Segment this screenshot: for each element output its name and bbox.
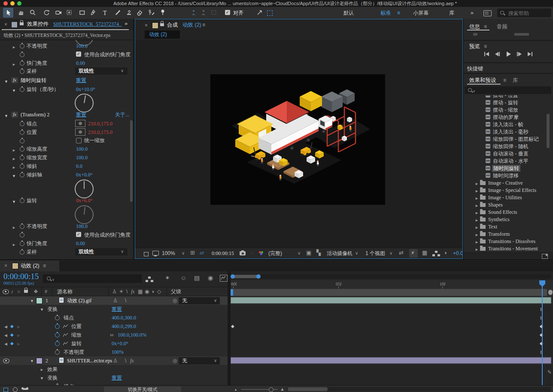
property-value[interactable]: 0x+0.0° — [112, 340, 128, 346]
property-value[interactable]: 0.00 — [76, 240, 85, 246]
region-of-interest-icon[interactable] — [267, 10, 273, 16]
camera-tool-icon[interactable] — [55, 9, 62, 16]
chevron-down-icon[interactable]: ∨ — [355, 250, 358, 256]
property-row-anchor-partial[interactable]: 锚点 — [0, 382, 228, 385]
stopwatch-icon[interactable] — [20, 87, 24, 92]
panel-menu-icon[interactable]: ≡ — [43, 263, 46, 269]
layer2-duration-bar[interactable] — [231, 357, 551, 364]
shy-switch[interactable]: ♙ — [113, 358, 118, 364]
close-panel-icon[interactable]: × — [145, 22, 148, 28]
checkbox-checked[interactable]: ✓ — [76, 52, 81, 57]
property-row-anchor[interactable]: 锚点 400.0,300.0 — [0, 313, 228, 322]
source-name-column[interactable]: 源名称 — [57, 289, 73, 295]
list-item[interactable]: 缩放回弹 - 图层标记 — [464, 135, 553, 143]
collapse-icon[interactable]: ▼ — [12, 173, 16, 179]
close-panel-icon[interactable]: × — [4, 21, 7, 27]
navigator-thumb[interactable] — [232, 275, 259, 278]
solo-column-icon[interactable]: ○ — [17, 289, 20, 295]
label-column-icon[interactable]: ❖ — [33, 289, 38, 295]
exposure-reset-icon[interactable]: ◑ — [444, 250, 447, 256]
collapse-icon[interactable]: ▼ — [4, 79, 8, 85]
next-keyframe-icon[interactable]: ▶ — [17, 332, 20, 338]
tab-library[interactable]: 库 — [513, 77, 518, 83]
comp-viewer[interactable] — [135, 40, 462, 248]
property-value[interactable]: 0.00 — [76, 60, 85, 66]
reset-link[interactable]: 重置 — [76, 77, 86, 83]
keyframe[interactable]: ◆ — [231, 323, 234, 329]
list-item[interactable]: 自动滚动 - 水平 — [464, 157, 553, 164]
chevron-down-icon[interactable]: ∨ — [389, 250, 392, 256]
tab-shortcuts[interactable]: 快捷键 — [467, 66, 483, 72]
hand-tool-icon[interactable] — [18, 9, 25, 16]
layer-color-chip[interactable] — [36, 298, 43, 304]
last-frame-button[interactable] — [528, 52, 532, 56]
property-value[interactable]: 400.0,300.0 — [112, 315, 136, 321]
effect-name[interactable]: (Transform) 2 — [21, 112, 49, 118]
expander-icon[interactable]: ► — [12, 147, 16, 153]
time-navigator[interactable] — [231, 274, 551, 279]
workspace-tab-default[interactable]: 默认 — [343, 10, 354, 16]
property-value[interactable]: 210.0,175.0 — [88, 121, 112, 127]
time-ruler[interactable]: 00f 05f 10f — [231, 280, 553, 289]
folder-item[interactable]: ►Transitions - Dissolves — [464, 237, 553, 245]
graph-icon[interactable] — [63, 324, 68, 330]
mask-visibility-icon[interactable]: ▱ — [200, 250, 204, 256]
next-keyframe-icon[interactable]: ▶ — [17, 341, 20, 347]
motion-blur-switch-icon[interactable]: ◉ — [145, 289, 149, 295]
stamp-tool-icon[interactable] — [125, 9, 133, 16]
layer-row-2[interactable]: ▼ 2 SHUTTER...ector.eps ♙ \ fx ◎ 无 ∨ — [0, 356, 228, 365]
expander-icon[interactable]: ► — [12, 242, 16, 248]
rotation-dial[interactable] — [75, 205, 94, 224]
expand-in-out-panes-icon[interactable] — [22, 388, 28, 390]
panel-title[interactable]: 合成 — [167, 22, 178, 28]
layer-color-chip[interactable] — [36, 358, 43, 364]
maximize-window-button[interactable] — [17, 1, 21, 6]
layer-name[interactable]: 动效 (2).gif — [67, 298, 91, 304]
expander-icon[interactable]: ► — [475, 210, 479, 216]
property-value[interactable]: 100.0,100.0% — [118, 332, 146, 338]
show-snapshot-icon[interactable]: ◌ — [250, 250, 254, 256]
work-area-bar[interactable] — [231, 289, 547, 296]
toggle-switches-modes-button[interactable]: 切换开关/模式 — [104, 386, 181, 392]
snapshot-icon[interactable] — [240, 251, 246, 255]
reset-link[interactable]: 重置 — [112, 306, 122, 312]
sampling-dropdown[interactable]: 双线性 ∨ — [75, 67, 128, 75]
flowchart-button-icon[interactable] — [435, 251, 438, 253]
transparency-grid-icon[interactable]: ▚ — [316, 250, 321, 256]
expander-icon[interactable]: ► — [475, 246, 479, 252]
property-row-position[interactable]: ◀ ◆ ▶ 位置 400.0,299.0 — [0, 322, 228, 331]
stopwatch-icon[interactable] — [20, 44, 24, 49]
stopwatch-icon[interactable] — [20, 69, 24, 74]
property-value[interactable]: 100.0 — [76, 43, 88, 49]
group-expander-icon[interactable]: ▼ — [40, 375, 44, 381]
number-column-icon[interactable]: # — [45, 289, 47, 295]
stopwatch-icon-active[interactable] — [55, 341, 60, 346]
lock-column-icon[interactable] — [24, 290, 28, 293]
workspace-tab-library[interactable]: 库 — [449, 10, 454, 16]
presets-search-input[interactable] — [478, 87, 549, 94]
launch-arrow-icon[interactable] — [256, 9, 263, 16]
always-preview-icon[interactable] — [144, 252, 149, 256]
work-area-start-handle[interactable] — [231, 289, 233, 296]
shy-layers-icon[interactable]: ☺ — [180, 275, 186, 281]
group-row-transform[interactable]: ▼ 变换 重置 — [0, 305, 228, 314]
scrollbar[interactable] — [547, 114, 550, 148]
navigator-end-handle[interactable] — [256, 274, 261, 279]
first-frame-button[interactable] — [484, 52, 489, 56]
checkbox-checked[interactable]: ✓ — [76, 232, 81, 237]
effect-name[interactable]: 随时间旋转 — [21, 77, 46, 83]
parent-dropdown[interactable]: 无 ∨ — [179, 297, 220, 304]
reset-link[interactable]: 重置 — [112, 375, 122, 381]
stopwatch-icon[interactable] — [20, 130, 24, 135]
property-row-scale[interactable]: ◀ ◆ ▶ 缩放 ∞ 100.0,100.0% — [0, 331, 228, 340]
parent-pickwhip-icon[interactable]: ◎ — [173, 358, 177, 364]
adjustment-switch-icon[interactable]: ◑ — [151, 289, 154, 295]
comp-viewer-tab[interactable]: 动效 (2) — [145, 30, 180, 39]
collapse-icon[interactable]: ▼ — [12, 88, 16, 94]
play-button[interactable] — [507, 52, 511, 57]
draft-3d-icon[interactable]: ✶ — [165, 275, 170, 281]
graph-icon[interactable] — [63, 333, 68, 339]
next-frame-button[interactable] — [517, 52, 522, 56]
fast-previews-icon[interactable]: ⚡ — [411, 250, 414, 256]
stopwatch-icon-active[interactable] — [55, 324, 60, 329]
